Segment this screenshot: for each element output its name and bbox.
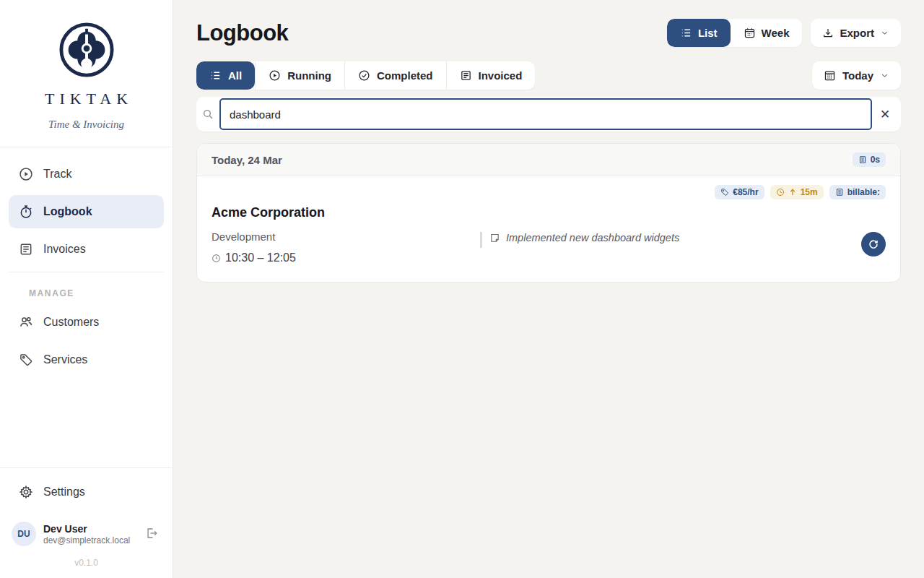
sidebar-item-label: Logbook	[43, 205, 92, 218]
logbook-entry[interactable]: €85/hr 15m billable: Acme Corporation De…	[197, 176, 900, 282]
sidebar-item-track[interactable]: Track	[9, 158, 164, 191]
entry-badges: €85/hr 15m billable:	[212, 185, 886, 199]
view-list-label: List	[698, 27, 718, 39]
play-circle-icon	[269, 69, 281, 82]
brand-block: TIKTAK Time & Invoicing	[0, 0, 173, 147]
avatar: DU	[12, 522, 36, 546]
sidebar-item-label: Track	[43, 168, 71, 181]
app-version: v0.1.0	[0, 551, 173, 578]
settings-block: Settings	[0, 467, 173, 509]
user-email: dev@simpletrack.local	[43, 535, 135, 545]
invoice-icon	[19, 242, 33, 256]
list-icon	[680, 27, 692, 39]
export-label: Export	[840, 27, 874, 39]
gear-icon	[19, 485, 33, 499]
status-filter-tabs: All Running Completed Invoiced	[196, 61, 535, 90]
sidebar-item-services[interactable]: Services	[9, 343, 164, 376]
user-meta: Dev User dev@simpletrack.local	[43, 523, 135, 545]
sidebar-item-label: Settings	[43, 486, 85, 499]
search-clear-button[interactable]: ✕	[874, 103, 896, 125]
check-circle-icon	[358, 69, 370, 82]
tab-all[interactable]: All	[196, 61, 255, 90]
clock-icon	[776, 188, 785, 197]
sidebar-item-settings[interactable]: Settings	[9, 475, 164, 509]
sidebar-item-logbook[interactable]: Logbook	[9, 195, 164, 228]
filter-row: All Running Completed Invoiced Today	[196, 61, 901, 90]
restart-icon	[868, 238, 879, 250]
search-icon-cell	[196, 108, 219, 120]
sidebar-item-label: Customers	[43, 316, 99, 329]
entry-time-range: 10:30 – 12:05	[225, 251, 296, 264]
date-filter-label: Today	[842, 69, 873, 82]
manage-section-label: MANAGE	[9, 272, 164, 306]
clock-icon	[212, 254, 221, 263]
sidebar-item-label: Invoices	[43, 243, 86, 256]
main-content: Logbook List Week Export	[173, 0, 924, 578]
tab-running[interactable]: Running	[255, 61, 344, 90]
rounding-value: 15m	[801, 187, 818, 197]
rounding-badge: 15m	[770, 185, 824, 199]
day-group-header: Today, 24 Mar 0s	[197, 144, 900, 176]
search-input[interactable]	[219, 98, 872, 130]
page-title: Logbook	[196, 20, 288, 46]
tab-label: Invoiced	[479, 69, 523, 82]
entry-service: Development	[212, 230, 480, 243]
brand-tagline: Time & Invoicing	[12, 118, 161, 131]
list-icon	[209, 69, 222, 82]
title-row: Logbook List Week Export	[196, 19, 901, 47]
logbook-day-group: Today, 24 Mar 0s €85/hr 15m bill	[196, 143, 901, 282]
sidebar-item-invoices[interactable]: Invoices	[9, 233, 164, 266]
invoice-icon	[460, 69, 472, 82]
billable-value: billable:	[847, 187, 880, 197]
day-total-value: 0s	[871, 155, 880, 165]
date-filter-button[interactable]: Today	[812, 61, 901, 90]
day-group-date: Today, 24 Mar	[212, 154, 282, 166]
user-row[interactable]: DU Dev User dev@simpletrack.local	[0, 513, 173, 551]
view-week-button[interactable]: Week	[731, 19, 803, 47]
entry-main: Acme Corporation Development 10:30 – 12:…	[212, 205, 886, 264]
sidebar-item-customers[interactable]: Customers	[9, 306, 164, 339]
brand-name: TIKTAK	[17, 90, 161, 108]
search-bar: ✕	[196, 97, 901, 131]
tab-completed[interactable]: Completed	[344, 61, 446, 90]
arrow-up-icon	[788, 188, 797, 197]
entry-note-text: Implemented new dashboard widgets	[506, 232, 679, 243]
entry-customer: Acme Corporation	[212, 205, 480, 220]
view-toggle: List Week	[667, 19, 803, 47]
day-total-badge: 0s	[853, 152, 886, 167]
tab-label: Completed	[377, 69, 433, 82]
chevron-down-icon	[880, 71, 889, 80]
search-icon	[202, 108, 214, 120]
view-list-button[interactable]: List	[667, 19, 731, 47]
brand-logo-icon	[58, 22, 115, 78]
logout-icon	[145, 527, 158, 540]
download-icon	[822, 27, 834, 39]
view-week-label: Week	[762, 27, 790, 39]
title-controls: List Week Export	[667, 19, 901, 47]
tag-icon	[19, 353, 33, 367]
rate-badge: €85/hr	[715, 185, 764, 199]
restart-timer-button[interactable]	[861, 232, 886, 256]
sidebar-bottom: Settings DU Dev User dev@simpletrack.loc…	[0, 467, 173, 578]
calendar-icon	[744, 27, 756, 39]
rate-value: €85/hr	[733, 187, 758, 197]
entry-left: Acme Corporation Development 10:30 – 12:…	[212, 205, 480, 264]
billable-badge: billable:	[829, 185, 886, 199]
entry-note: Implemented new dashboard widgets	[480, 232, 853, 248]
receipt-icon	[835, 188, 844, 197]
note-icon	[489, 233, 500, 243]
logout-button[interactable]	[142, 524, 161, 545]
entry-time: 10:30 – 12:05	[212, 251, 480, 264]
entry-action	[861, 224, 886, 264]
users-icon	[19, 315, 33, 329]
calendar-grid-icon	[824, 69, 836, 82]
export-button[interactable]: Export	[811, 19, 901, 47]
chevron-down-icon	[880, 28, 889, 38]
sidebar-item-label: Services	[43, 353, 87, 366]
play-circle-icon	[19, 167, 33, 181]
tab-invoiced[interactable]: Invoiced	[446, 61, 536, 90]
tab-label: All	[228, 69, 242, 82]
user-name: Dev User	[43, 523, 135, 535]
sidebar: TIKTAK Time & Invoicing Track Logbook In…	[0, 0, 173, 578]
tab-label: Running	[287, 69, 331, 82]
